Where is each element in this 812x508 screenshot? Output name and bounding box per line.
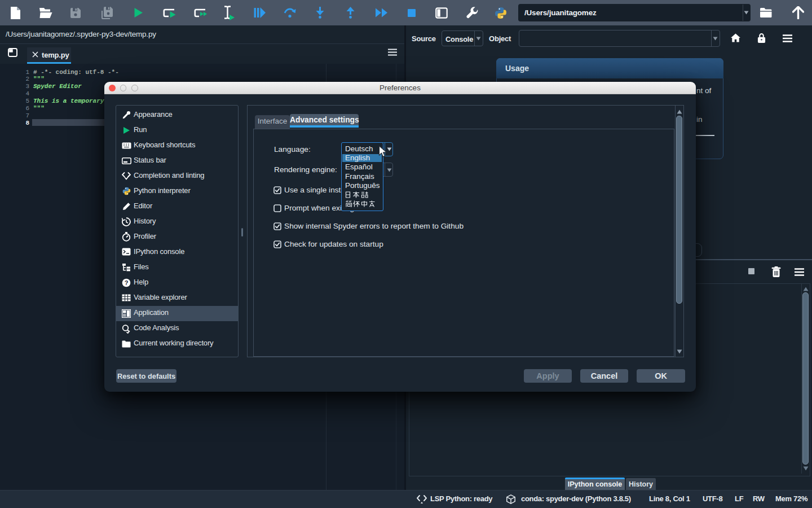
svg-text:?: ? [125,279,129,286]
